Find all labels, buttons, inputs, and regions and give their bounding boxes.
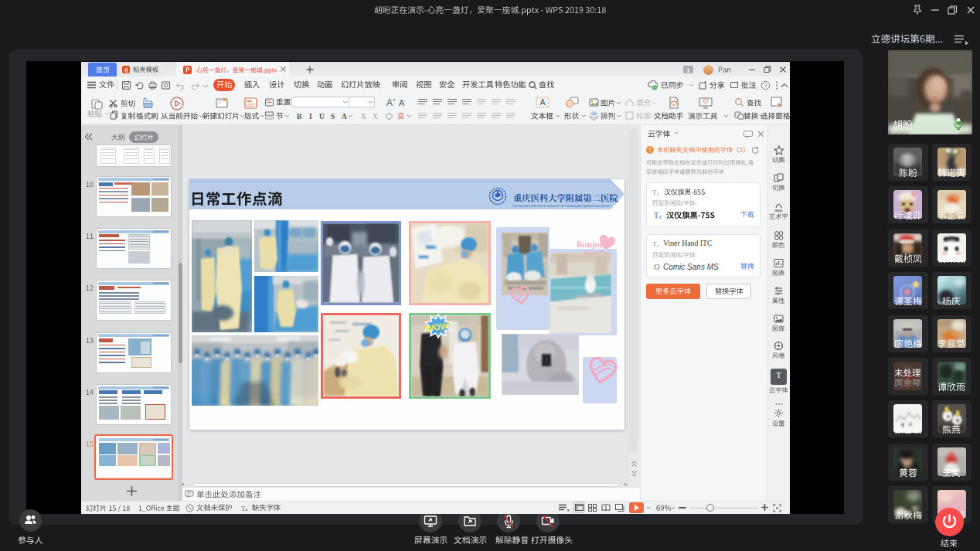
svg-text:X: X — [361, 113, 366, 121]
svg-text:B: B — [297, 113, 302, 121]
svg-text:+: + — [393, 97, 396, 103]
svg-text:T: T — [654, 211, 658, 219]
svg-text:!: ! — [649, 147, 652, 154]
svg-text:U: U — [319, 113, 325, 121]
svg-text:O: O — [654, 263, 660, 271]
svg-text:Viner Hand ITC: Viner Hand ITC — [663, 239, 713, 247]
svg-text:A: A — [540, 98, 546, 107]
svg-text:X: X — [373, 113, 378, 121]
svg-text:Comic Sans MS: Comic Sans MS — [663, 263, 719, 271]
svg-text:I: I — [309, 113, 312, 121]
svg-text:?: ? — [764, 82, 767, 89]
svg-text:r: r — [657, 191, 659, 196]
svg-text:A: A — [386, 97, 393, 107]
svg-text:A: A — [342, 113, 347, 121]
svg-text:T: T — [776, 370, 781, 379]
svg-text:S: S — [331, 113, 335, 121]
svg-text:-: - — [404, 97, 407, 103]
svg-text:r: r — [657, 243, 659, 248]
svg-text:r: r — [659, 213, 662, 219]
svg-text:≠: ≠ — [245, 508, 248, 512]
